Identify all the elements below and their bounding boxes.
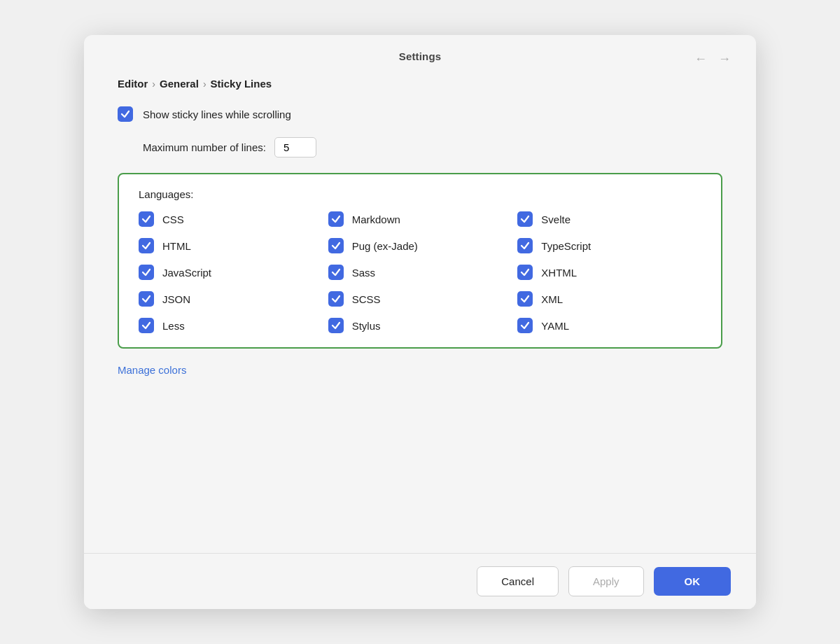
lang-markdown-checkbox[interactable] [328, 211, 344, 227]
list-item: Less [139, 318, 323, 333]
show-sticky-lines-row: Show sticky lines while scrolling [118, 106, 722, 122]
lang-yaml-checkbox[interactable] [517, 318, 533, 333]
languages-grid: CSS Markdown Svelte [139, 211, 701, 333]
max-lines-label: Maximum number of lines: [143, 141, 266, 153]
lang-json-label: JSON [162, 293, 190, 305]
forward-arrow-button[interactable]: → [715, 50, 734, 68]
breadcrumb-sep-2: › [203, 78, 206, 90]
list-item: CSS [139, 211, 323, 227]
nav-arrows: ← → [692, 50, 734, 68]
breadcrumb-part-sticky-lines: Sticky Lines [211, 78, 272, 90]
dialog-title: Settings [84, 35, 756, 71]
lang-svelte-label: Svelte [541, 214, 570, 225]
lang-svelte-checkbox[interactable] [517, 211, 533, 227]
cancel-button[interactable]: Cancel [477, 566, 559, 596]
breadcrumb: Editor › General › Sticky Lines [118, 78, 722, 90]
list-item: Stylus [328, 318, 512, 333]
list-item: Markdown [328, 211, 512, 227]
list-item: JSON [139, 291, 323, 307]
lang-pug-checkbox[interactable] [328, 238, 344, 253]
list-item: HTML [139, 238, 323, 253]
lang-scss-checkbox[interactable] [328, 291, 344, 307]
breadcrumb-part-editor: Editor [118, 78, 148, 90]
lang-less-label: Less [162, 320, 185, 332]
max-lines-input[interactable] [274, 137, 316, 158]
lang-markdown-label: Markdown [352, 214, 400, 225]
lang-scss-label: SCSS [352, 293, 381, 305]
list-item: Pug (ex-Jade) [328, 238, 512, 253]
breadcrumb-part-general: General [160, 78, 199, 90]
lang-stylus-label: Stylus [352, 320, 381, 332]
list-item: Sass [328, 265, 512, 280]
breadcrumb-sep-1: › [152, 78, 155, 90]
lang-html-label: HTML [162, 240, 191, 252]
lang-javascript-label: JavaScript [162, 267, 211, 279]
apply-button[interactable]: Apply [568, 566, 644, 596]
lang-typescript-label: TypeScript [541, 240, 591, 252]
manage-colors-link[interactable]: Manage colors [118, 364, 186, 376]
lang-json-checkbox[interactable] [139, 291, 154, 307]
settings-dialog: Settings ← → Editor › General › Sticky L… [84, 35, 756, 609]
list-item: TypeScript [517, 238, 701, 253]
list-item: SCSS [328, 291, 512, 307]
list-item: Svelte [517, 211, 701, 227]
max-lines-row: Maximum number of lines: [143, 137, 722, 158]
lang-sass-checkbox[interactable] [328, 265, 344, 280]
lang-stylus-checkbox[interactable] [328, 318, 344, 333]
list-item: XHTML [517, 265, 701, 280]
lang-css-label: CSS [162, 214, 184, 225]
lang-html-checkbox[interactable] [139, 238, 154, 253]
ok-button[interactable]: OK [654, 567, 732, 596]
show-sticky-lines-label: Show sticky lines while scrolling [143, 108, 291, 120]
back-arrow-button[interactable]: ← [692, 50, 710, 68]
lang-css-checkbox[interactable] [139, 211, 154, 227]
languages-title: Languages: [139, 188, 701, 200]
list-item: XML [517, 291, 701, 307]
lang-xml-checkbox[interactable] [517, 291, 533, 307]
lang-less-checkbox[interactable] [139, 318, 154, 333]
list-item: YAML [517, 318, 701, 333]
lang-xhtml-checkbox[interactable] [517, 265, 533, 280]
lang-typescript-checkbox[interactable] [517, 238, 533, 253]
dialog-footer: Cancel Apply OK [84, 553, 756, 609]
show-sticky-lines-checkbox[interactable] [118, 106, 133, 122]
languages-box: Languages: CSS Markdown [118, 173, 722, 349]
lang-xml-label: XML [541, 293, 563, 305]
lang-pug-label: Pug (ex-Jade) [352, 240, 418, 252]
lang-xhtml-label: XHTML [541, 267, 577, 279]
lang-yaml-label: YAML [541, 320, 569, 332]
dialog-body: Editor › General › Sticky Lines Show sti… [84, 71, 756, 553]
list-item: JavaScript [139, 265, 323, 280]
lang-javascript-checkbox[interactable] [139, 265, 154, 280]
lang-sass-label: Sass [352, 267, 375, 279]
